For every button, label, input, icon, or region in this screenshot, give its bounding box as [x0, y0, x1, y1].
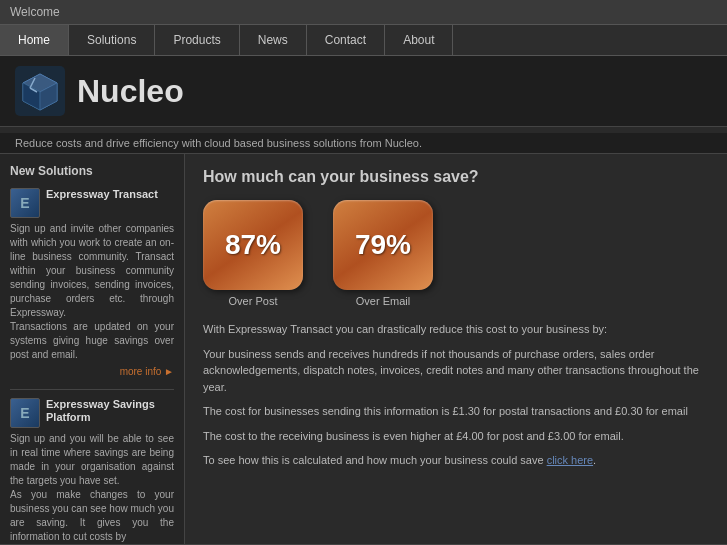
- sidebar-item-desc-transact: Sign up and invite other companies with …: [10, 222, 174, 320]
- main-content: New Solutions E Expressway Transact Sign…: [0, 154, 727, 544]
- sidebar-icon-transact: E: [10, 188, 40, 218]
- content-para-3: The cost to the receiving business is ev…: [203, 428, 709, 445]
- nav-item-products[interactable]: Products: [155, 25, 239, 55]
- sidebar-item-extra-transact: Transactions are updated on your systems…: [10, 320, 174, 362]
- click-here-link[interactable]: click here: [547, 454, 593, 466]
- percent-label-email: Over Email: [333, 295, 433, 307]
- title-bar: Welcome: [0, 0, 727, 25]
- nav-item-contact[interactable]: Contact: [307, 25, 385, 55]
- content-heading: How much can your business save?: [203, 168, 709, 186]
- logo-text: Nucleo: [77, 73, 184, 110]
- nav-item-about[interactable]: About: [385, 25, 453, 55]
- sidebar-item-title-transact: Expressway Transact: [46, 188, 158, 201]
- sidebar-icon-savings: E: [10, 398, 40, 428]
- sidebar: New Solutions E Expressway Transact Sign…: [0, 154, 185, 544]
- sidebar-item-transact: E Expressway Transact Sign up and invite…: [10, 188, 174, 377]
- logo-icon: [15, 66, 65, 116]
- sidebar-heading: New Solutions: [10, 164, 174, 178]
- sidebar-item-extra-savings: As you make changes to your business you…: [10, 488, 174, 544]
- sidebar-more-info-transact[interactable]: more info ►: [10, 366, 174, 377]
- sidebar-item-desc-savings: Sign up and you will be able to see in r…: [10, 432, 174, 488]
- percent-boxes: 87% Over Post 79% Over Email: [203, 200, 709, 307]
- tagline: Reduce costs and drive efficiency with c…: [0, 133, 727, 154]
- content-para-0: With Expressway Transact you can drastic…: [203, 321, 709, 338]
- title-text: Welcome: [10, 5, 60, 19]
- header: Nucleo: [0, 56, 727, 127]
- nav-item-home[interactable]: Home: [0, 25, 69, 55]
- percent-label-post: Over Post: [203, 295, 303, 307]
- content-para-1: Your business sends and receives hundred…: [203, 346, 709, 396]
- content-area: How much can your business save? 87% Ove…: [185, 154, 727, 544]
- sidebar-divider: [10, 389, 174, 390]
- percent-box-email: 79% Over Email: [333, 200, 433, 307]
- percent-box-post: 87% Over Post: [203, 200, 303, 307]
- sidebar-item-title-savings: Expressway Savings Platform: [46, 398, 174, 424]
- percent-badge-email: 79%: [333, 200, 433, 290]
- percent-badge-post: 87%: [203, 200, 303, 290]
- sidebar-item-savings: E Expressway Savings Platform Sign up an…: [10, 398, 174, 544]
- content-para-4: To see how this is calculated and how mu…: [203, 452, 709, 469]
- nav-item-solutions[interactable]: Solutions: [69, 25, 155, 55]
- content-para-2: The cost for businesses sending this inf…: [203, 403, 709, 420]
- more-info-link-transact[interactable]: more info ►: [120, 366, 174, 377]
- nav-item-news[interactable]: News: [240, 25, 307, 55]
- navbar: Home Solutions Products News Contact Abo…: [0, 25, 727, 56]
